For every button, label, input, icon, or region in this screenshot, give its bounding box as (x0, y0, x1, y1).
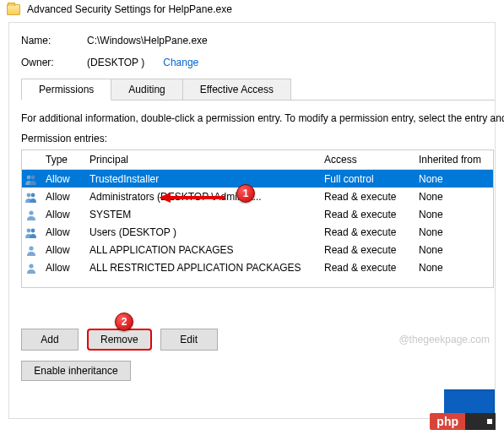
cell-access: Read & execute (319, 207, 414, 222)
svg-point-8 (29, 264, 33, 268)
svg-point-4 (29, 210, 33, 215)
cell-principal: Users (DESKTOP ) (84, 225, 319, 240)
php-icon (465, 413, 496, 430)
table-row[interactable]: AllowALL RESTRICTED APPLICATION PACKAGES… (22, 258, 493, 276)
tab-permissions[interactable]: Permissions (21, 79, 111, 101)
cell-inherited: None (414, 171, 491, 187)
cell-inherited: None (414, 207, 491, 222)
principal-icon (22, 243, 41, 257)
cell-principal: Administrators (DESKTOP \Administ... (84, 189, 319, 204)
principal-icon (22, 208, 41, 221)
dialog-content: Name: C:\Windows\HelpPane.exe Owner: (DE… (8, 22, 496, 419)
name-label: Name: (21, 35, 87, 46)
svg-point-7 (29, 246, 33, 250)
cell-principal: SYSTEM (84, 207, 319, 222)
tab-auditing[interactable]: Auditing (111, 79, 182, 100)
cell-principal: ALL APPLICATION PACKAGES (84, 242, 319, 258)
edit-button[interactable]: Edit (160, 329, 218, 351)
table-row[interactable]: AllowUsers (DESKTOP )Read & executeNone (22, 223, 493, 241)
window-title: Advanced Security Settings for HelpPane.… (27, 3, 232, 15)
col-inherited[interactable]: Inherited from (414, 150, 491, 169)
col-access[interactable]: Access (319, 150, 414, 169)
cell-inherited: None (414, 189, 491, 204)
tabs: Permissions Auditing Effective Access (21, 79, 495, 101)
cell-inherited: None (414, 260, 491, 275)
callout-1: 1 (236, 184, 255, 203)
cell-inherited: None (414, 242, 491, 258)
cell-access: Full control (319, 171, 414, 187)
cell-access: Read & execute (319, 225, 414, 240)
window-titlebar: Advanced Security Settings for HelpPane.… (0, 0, 504, 22)
permissions-table: Type Principal Access Inherited from All… (21, 150, 494, 288)
cell-type: Allow (41, 171, 84, 187)
principal-icon (22, 226, 41, 239)
info-text: For additional information, double-click… (21, 112, 495, 124)
cell-type: Allow (41, 260, 84, 275)
table-row[interactable]: AllowSYSTEMRead & executeNone (22, 205, 493, 223)
table-header[interactable]: Type Principal Access Inherited from (22, 150, 493, 170)
cell-principal: ALL RESTRICTED APPLICATION PACKAGES (84, 260, 319, 275)
cell-access: Read & execute (319, 189, 414, 204)
tab-effective-access[interactable]: Effective Access (182, 79, 291, 100)
php-tag: php (430, 413, 496, 430)
cell-type: Allow (41, 189, 84, 204)
name-value: C:\Windows\HelpPane.exe (87, 35, 208, 46)
svg-point-0 (27, 175, 31, 179)
cell-type: Allow (41, 207, 84, 222)
svg-point-1 (31, 175, 35, 179)
entries-label: Permission entries: (21, 133, 495, 144)
svg-point-5 (27, 228, 31, 232)
enable-inheritance-button[interactable]: Enable inheritance (21, 361, 131, 381)
cell-type: Allow (41, 242, 84, 258)
cell-access: Read & execute (319, 242, 414, 258)
add-button[interactable]: Add (21, 329, 79, 351)
folder-icon (7, 4, 20, 15)
watermark: @thegeekpage.com (398, 334, 490, 345)
cell-type: Allow (41, 225, 84, 240)
name-row: Name: C:\Windows\HelpPane.exe (21, 35, 495, 46)
col-principal[interactable]: Principal (84, 150, 319, 169)
table-row[interactable]: AllowAdministrators (DESKTOP \Administ..… (22, 188, 493, 205)
table-row[interactable]: AllowTrustedInstallerFull controlNone (22, 170, 493, 188)
col-type[interactable]: Type (41, 150, 84, 169)
principal-icon (22, 261, 41, 275)
cell-access: Read & execute (319, 260, 414, 275)
svg-point-3 (31, 193, 35, 197)
svg-point-6 (31, 228, 35, 232)
svg-point-2 (27, 193, 31, 197)
table-row[interactable]: AllowALL APPLICATION PACKAGESRead & exec… (22, 241, 493, 258)
callout-2: 2 (115, 313, 133, 331)
cell-principal: TrustedInstaller (84, 171, 319, 187)
owner-label: Owner: (21, 57, 87, 68)
php-label: php (430, 413, 465, 430)
principal-icon (22, 190, 41, 204)
change-owner-link[interactable]: Change (163, 57, 198, 68)
cell-inherited: None (414, 225, 491, 240)
remove-button[interactable]: Remove (87, 329, 152, 351)
principal-icon (22, 172, 41, 186)
owner-row: Owner: (DESKTOP ) Change (21, 57, 495, 68)
owner-value: (DESKTOP ) (87, 57, 144, 68)
